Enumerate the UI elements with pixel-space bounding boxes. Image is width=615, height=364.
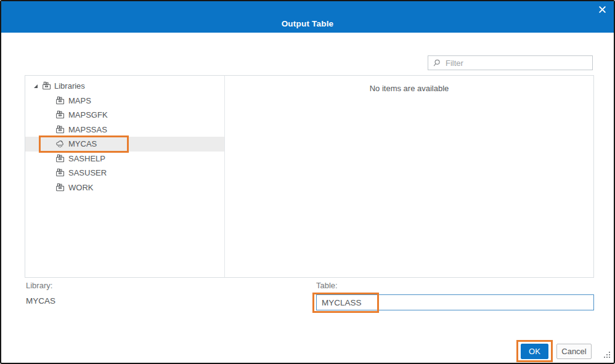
tree-item-label: MYCAS bbox=[68, 139, 97, 148]
tree-item-sashelp[interactable]: SASHELP bbox=[25, 152, 224, 166]
library-label: Library: bbox=[26, 281, 52, 290]
filter-box[interactable] bbox=[428, 55, 593, 70]
table-name-input[interactable] bbox=[316, 294, 594, 310]
library-icon bbox=[55, 110, 65, 120]
tree-item-sasuser[interactable]: SASUSER bbox=[25, 166, 224, 180]
cas-library-icon bbox=[55, 139, 65, 149]
library-icon bbox=[55, 182, 65, 192]
output-table-dialog: Output Table Libraries MAPS MAPSGFK bbox=[0, 0, 615, 364]
tree-item-work[interactable]: WORK bbox=[25, 180, 224, 195]
close-button[interactable] bbox=[597, 4, 608, 15]
filter-input[interactable] bbox=[444, 58, 588, 68]
dialog-titlebar: Output Table bbox=[1, 1, 614, 33]
tree-item-label: MAPSSAS bbox=[68, 125, 107, 134]
tree-item-mycas[interactable]: MYCAS bbox=[25, 137, 224, 152]
library-icon bbox=[55, 168, 65, 178]
tree-item-label: MAPS bbox=[68, 96, 91, 105]
expander-icon[interactable] bbox=[33, 83, 38, 89]
close-icon bbox=[598, 6, 606, 14]
tree-root-label: Libraries bbox=[54, 81, 85, 91]
cancel-button[interactable]: Cancel bbox=[556, 344, 592, 359]
tree-item-label: WORK bbox=[68, 183, 93, 192]
library-icon bbox=[55, 95, 65, 105]
tree-item-label: SASUSER bbox=[68, 168, 107, 177]
library-tree: Libraries MAPS MAPSGFK MAPSSAS MYCAS SAS… bbox=[25, 76, 225, 277]
table-label: Table: bbox=[316, 281, 338, 290]
ok-button[interactable]: OK bbox=[521, 344, 548, 359]
tree-item-label: SASHELP bbox=[68, 154, 105, 163]
library-icon bbox=[55, 124, 65, 134]
empty-list-message: No items are available bbox=[370, 84, 449, 93]
tree-items: MAPS MAPSGFK MAPSSAS MYCAS SASHELP SASUS… bbox=[25, 94, 224, 195]
library-icon bbox=[41, 81, 51, 91]
selector-panels: Libraries MAPS MAPSGFK MAPSSAS MYCAS SAS… bbox=[25, 75, 594, 278]
resize-grip-icon[interactable] bbox=[603, 350, 611, 361]
library-value: MYCAS bbox=[26, 296, 55, 305]
tree-item-label: MAPSGFK bbox=[68, 110, 108, 119]
dialog-title: Output Table bbox=[282, 19, 334, 28]
search-icon bbox=[433, 59, 441, 67]
library-icon bbox=[55, 153, 65, 163]
tree-item-mapssas[interactable]: MAPSSAS bbox=[25, 123, 224, 137]
tree-item-mapsgfk[interactable]: MAPSGFK bbox=[25, 108, 224, 123]
table-list-panel: No items are available bbox=[225, 76, 593, 277]
tree-root-libraries[interactable]: Libraries bbox=[25, 79, 224, 94]
tree-item-maps[interactable]: MAPS bbox=[25, 94, 224, 108]
